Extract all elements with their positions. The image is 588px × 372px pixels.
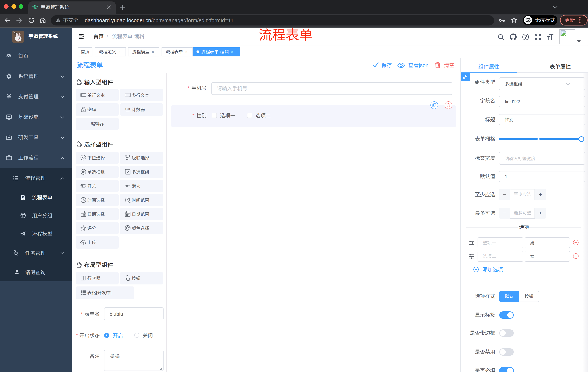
svg-text:123: 123 [125,107,130,111]
